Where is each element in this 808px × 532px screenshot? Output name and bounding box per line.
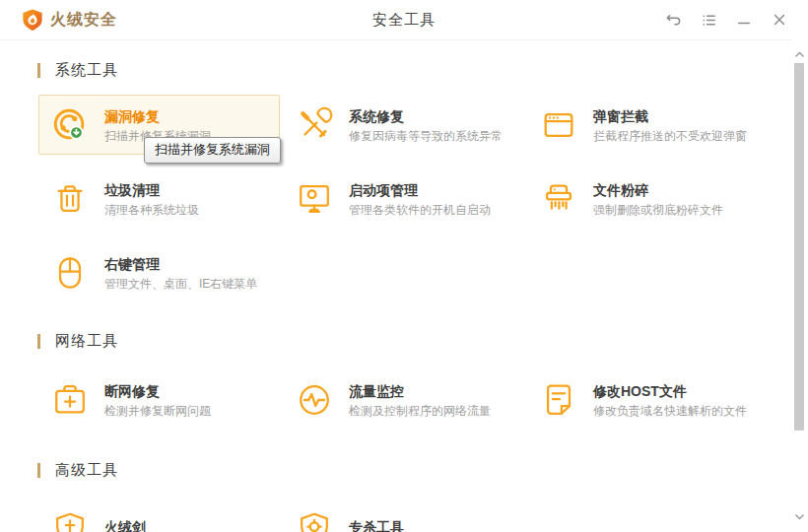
tool-card[interactable]: 火绒剑 [38,499,280,532]
section: 高级工具 火绒剑 专杀工具 [37,461,808,532]
shredder-icon [540,180,577,218]
shield-kill-icon [296,510,333,532]
shield-flame-logo-icon [22,8,43,33]
tool-title: 垃圾清理 [104,181,199,199]
menu-list-icon [701,12,717,29]
section-header: 高级工具 [37,461,808,480]
section-title: 系统工具 [55,61,118,80]
section-header: 系统工具 [37,61,808,80]
scroll-down-arrow-icon[interactable] [794,511,805,522]
titlebar: 火绒安全 安全工具 [0,0,808,40]
section-title: 网络工具 [55,332,118,351]
monitor-icon [296,180,333,218]
tool-card[interactable]: 文件粉碎 强制删除或彻底粉碎文件 [527,168,769,229]
close-button[interactable] [767,7,792,33]
tool-desc: 检测并修复断网问题 [104,404,211,418]
app-name: 火绒安全 [50,10,117,31]
popup-window-icon [540,106,577,144]
medkit-icon [51,381,89,419]
close-icon [772,12,787,28]
vuln-scan-icon [51,106,89,144]
section-accent-bar [37,334,40,349]
tool-title: 右键管理 [104,255,257,273]
tool-title: 弹窗拦截 [593,107,747,125]
scrollbar-thumb[interactable] [794,63,804,431]
minimize-button[interactable] [731,7,757,33]
section-accent-bar [37,63,40,78]
tool-title: 启动项管理 [349,181,491,199]
scrollbar[interactable] [791,39,808,532]
tool-desc: 修改负责域名快速解析的文件 [593,404,747,418]
tool-card[interactable]: 弹窗拦截 拦截程序推送的不受欢迎弹窗 [527,95,769,155]
shield-sword-icon [51,510,89,532]
section-title: 高级工具 [55,461,118,480]
section-grid: 断网修复 检测并修复断网问题 流量监控 检测及控制程序的网络流量 修改HOST文… [38,369,808,432]
section: 系统工具 漏洞修复 扫描并修复系统漏洞 系统修复 修复因病毒等导致的系统异常 弹… [37,61,808,304]
tool-card[interactable]: 右键管理 管理文件、桌面、IE右键菜单 [38,242,280,302]
pulse-icon [296,381,333,419]
tool-card[interactable]: 流量监控 检测及控制程序的网络流量 [283,369,524,430]
tool-desc: 修复因病毒等导致的系统异常 [349,129,503,143]
back-icon [665,12,682,29]
tool-desc: 管理各类软件的开机自启动 [349,203,491,217]
tool-card[interactable]: 垃圾清理 清理各种系统垃圾 [38,168,280,229]
tool-desc: 强制删除或彻底粉碎文件 [593,203,723,217]
tool-title: 专杀工具 [349,518,404,532]
trash-icon [51,180,89,218]
tool-title: 漏洞修复 [104,107,211,125]
tool-desc: 管理文件、桌面、IE右键菜单 [104,277,257,291]
tool-card[interactable]: 专杀工具 [283,499,524,532]
tool-desc: 检测及控制程序的网络流量 [349,404,491,418]
tool-card[interactable]: 断网修复 检测并修复断网问题 [38,369,280,430]
tooltip: 扫描并修复系统漏洞 [144,137,281,164]
tool-title: 火绒剑 [104,518,146,532]
section-header: 网络工具 [37,332,808,351]
repair-tools-icon [296,106,333,144]
tool-title: 系统修复 [349,107,503,125]
scroll-up-arrow-icon[interactable] [794,49,805,60]
tools-page: 系统工具 漏洞修复 扫描并修复系统漏洞 系统修复 修复因病毒等导致的系统异常 弹… [0,61,808,532]
section-grid: 漏洞修复 扫描并修复系统漏洞 系统修复 修复因病毒等导致的系统异常 弹窗拦截 拦… [38,95,808,304]
tool-desc: 拦截程序推送的不受欢迎弹窗 [593,129,747,143]
section: 网络工具 断网修复 检测并修复断网问题 流量监控 检测及控制程序的网络流量 修改… [37,332,808,432]
tool-title: 流量监控 [349,382,491,400]
tool-desc: 清理各种系统垃圾 [104,203,199,217]
tool-card[interactable]: 系统修复 修复因病毒等导致的系统异常 [283,95,524,155]
tool-card[interactable]: 修改HOST文件 修改负责域名快速解析的文件 [527,369,769,430]
tool-card[interactable]: 启动项管理 管理各类软件的开机自启动 [283,168,524,229]
tool-title: 修改HOST文件 [593,382,747,400]
tool-title: 文件粉碎 [593,181,723,199]
minimize-icon [736,12,752,28]
back-button[interactable] [660,7,686,33]
section-accent-bar [37,463,40,478]
tool-title: 断网修复 [104,382,211,400]
host-file-icon [540,381,577,419]
mouse-icon [51,254,89,292]
section-grid: 火绒剑 专杀工具 [38,499,808,532]
menu-button[interactable] [696,7,721,33]
app-logo: 火绒安全 [22,8,117,33]
